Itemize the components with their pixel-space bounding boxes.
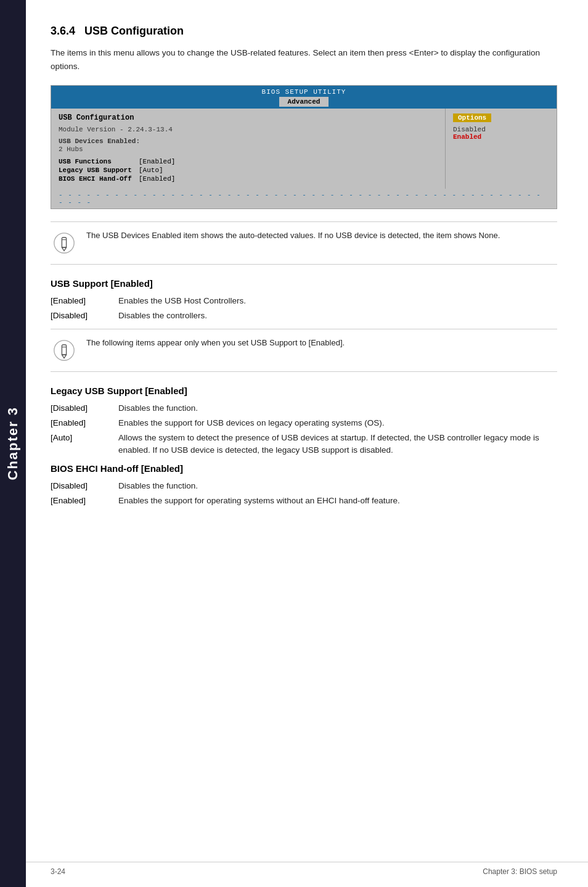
- usb-support-option-0: [Enabled] Enables the USB Host Controlle…: [51, 295, 557, 307]
- bios-right-panel: Options Disabled Enabled: [446, 109, 557, 189]
- footer-right: Chapter 3: BIOS setup: [483, 867, 557, 876]
- legacy-usb-desc-0: Disables the function.: [118, 402, 557, 415]
- legacy-usb-options: [Disabled] Disables the function. [Enabl…: [51, 402, 557, 457]
- bios-left-panel: USB Configuration Module Version - 2.24.…: [51, 109, 446, 189]
- bios-dashes: - - - - - - - - - - - - - - - - - - - - …: [51, 189, 557, 208]
- note-box-2: The following items appear only when you…: [51, 329, 557, 372]
- bios-option-disabled: Disabled Enabled: [453, 126, 549, 141]
- legacy-usb-desc-1: Enables the support for USB devices on l…: [118, 417, 557, 429]
- usb-support-desc-1: Disables the controllers.: [118, 310, 557, 322]
- svg-marker-2: [62, 247, 66, 250]
- bios-functions: USB Functions [Enabled] Legacy USB Suppo…: [59, 158, 438, 183]
- legacy-usb-option-1: [Enabled] Enables the support for USB de…: [51, 417, 557, 429]
- bios-func-row-0: USB Functions [Enabled]: [59, 158, 438, 165]
- bios-ehci-option-1: [Enabled] Enables the support for operat…: [51, 495, 557, 507]
- section-number: 3.6.4: [51, 25, 75, 37]
- bios-box: BIOS SETUP UTILITY Advanced USB Configur…: [51, 85, 557, 209]
- bios-devices-label: USB Devices Enabled:: [59, 138, 140, 145]
- legacy-usb-key-1: [Enabled]: [51, 417, 118, 429]
- legacy-usb-key-0: [Disabled]: [51, 402, 118, 415]
- bios-ehci-key-0: [Disabled]: [51, 480, 118, 492]
- svg-rect-5: [62, 345, 66, 355]
- usb-support-desc-0: Enables the USB Host Controllers.: [118, 295, 557, 307]
- bios-func-row-1: Legacy USB Support [Auto]: [59, 167, 438, 174]
- legacy-usb-option-0: [Disabled] Disables the function.: [51, 402, 557, 415]
- sidebar-label: Chapter 3: [5, 406, 21, 480]
- bios-body: USB Configuration Module Version - 2.24.…: [51, 109, 557, 189]
- sidebar: Chapter 3: [0, 0, 26, 887]
- bios-header: BIOS SETUP UTILITY: [51, 86, 557, 97]
- intro-text: The items in this menu allows you to cha…: [51, 46, 557, 73]
- note-box-1: The USB Devices Enabled item shows the a…: [51, 221, 557, 265]
- bios-ehci-option-0: [Disabled] Disables the function.: [51, 480, 557, 492]
- bios-ehci-desc-0: Disables the function.: [118, 480, 557, 492]
- svg-rect-1: [62, 237, 66, 247]
- usb-support-title: USB Support [Enabled]: [51, 278, 557, 289]
- bios-func-key-1: Legacy USB Support: [59, 167, 133, 174]
- pencil-icon-1: [53, 232, 75, 254]
- page-footer: 3-24 Chapter 3: BIOS setup: [26, 862, 588, 876]
- legacy-usb-title: Legacy USB Support [Enabled]: [51, 386, 557, 396]
- bios-func-val-1: [Auto]: [139, 167, 163, 174]
- section-heading: USB Configuration: [84, 25, 184, 37]
- svg-point-0: [54, 233, 74, 253]
- pencil-icon-2: [53, 339, 75, 361]
- bios-func-key-2: BIOS EHCI Hand-Off: [59, 175, 133, 183]
- bios-ehci-options: [Disabled] Disables the function. [Enabl…: [51, 480, 557, 508]
- usb-support-key-0: [Enabled]: [51, 295, 118, 307]
- note-text-2: The following items appear only when you…: [86, 337, 345, 349]
- bios-tab-row: Advanced: [51, 97, 557, 109]
- bios-func-key-0: USB Functions: [59, 158, 133, 165]
- main-content: 3.6.4 USB Configuration The items in thi…: [26, 0, 588, 887]
- bios-ehci-desc-1: Enables the support for operating system…: [118, 495, 557, 507]
- note-icon-2: [51, 337, 78, 364]
- note-icon-1: [51, 229, 78, 257]
- bios-left-title: USB Configuration: [59, 113, 438, 122]
- bios-tab[interactable]: Advanced: [279, 97, 329, 107]
- usb-support-option-1: [Disabled] Disables the controllers.: [51, 310, 557, 322]
- bios-module-version: Module Version - 2.24.3-13.4: [59, 126, 438, 133]
- bios-func-val-2: [Enabled]: [139, 175, 175, 183]
- bios-devices-value: 2 Hubs: [59, 146, 438, 153]
- legacy-usb-desc-2: Allows the system to detect the presence…: [118, 432, 557, 457]
- bios-func-row-2: BIOS EHCI Hand-Off [Enabled]: [59, 175, 438, 183]
- bios-ehci-title: BIOS EHCI Hand-off [Enabled]: [51, 463, 557, 474]
- usb-support-key-1: [Disabled]: [51, 310, 118, 322]
- section-title: 3.6.4 USB Configuration: [51, 25, 557, 38]
- legacy-usb-option-2: [Auto] Allows the system to detect the p…: [51, 432, 557, 457]
- bios-options-title: Options: [453, 113, 491, 122]
- svg-point-4: [54, 340, 74, 360]
- svg-marker-6: [62, 355, 66, 358]
- bios-ehci-key-1: [Enabled]: [51, 495, 118, 507]
- legacy-usb-key-2: [Auto]: [51, 432, 118, 457]
- note-text-1: The USB Devices Enabled item shows the a…: [86, 229, 500, 242]
- usb-support-options: [Enabled] Enables the USB Host Controlle…: [51, 295, 557, 323]
- bios-func-val-0: [Enabled]: [139, 158, 175, 165]
- footer-left: 3-24: [51, 867, 65, 876]
